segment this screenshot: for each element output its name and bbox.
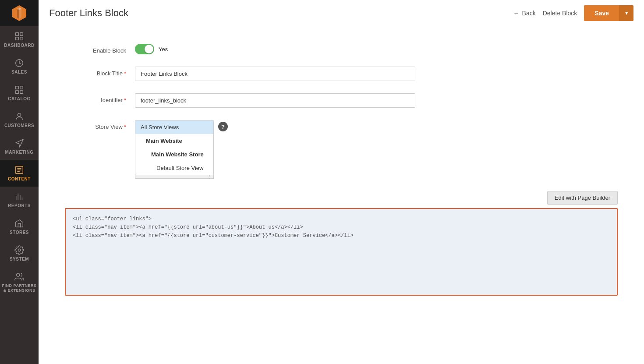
magento-logo[interactable]: [0, 0, 39, 26]
store-view-resize-handle[interactable]: ⋮: [135, 175, 214, 179]
enable-block-value: Yes: [159, 46, 168, 53]
save-button-group: Save ▾: [584, 5, 633, 21]
sidebar-item-find-partners[interactable]: FIND PARTNERS & EXTENSIONS: [0, 267, 39, 298]
code-line-2: <li class="nav item"><a href="{{store ur…: [73, 223, 610, 232]
sidebar: DASHBOARD SALES CATALOG CUSTOMERS MARKET…: [0, 0, 39, 364]
code-line-3: <li class="nav item"><a href="{{store ur…: [73, 232, 610, 240]
svg-rect-7: [20, 37, 23, 40]
required-mark: *: [124, 70, 126, 77]
store-view-option-default[interactable]: Default Store View: [135, 161, 213, 175]
page-header: Footer Links Block ← Back Delete Block S…: [39, 0, 644, 26]
enable-block-control: Yes: [135, 44, 415, 54]
store-view-row: Store View* All Store Views Main Website…: [65, 120, 618, 179]
enable-block-label: Enable Block: [65, 44, 135, 54]
block-title-input[interactable]: [135, 67, 415, 81]
page-title: Footer Links Block: [49, 7, 128, 19]
sidebar-item-catalog[interactable]: CATALOG: [0, 80, 39, 106]
sidebar-item-content[interactable]: CONTENT: [0, 160, 39, 187]
sidebar-item-marketing[interactable]: MARKETING: [0, 133, 39, 160]
svg-point-9: [18, 113, 21, 117]
sidebar-item-reports[interactable]: REPORTS: [0, 187, 39, 213]
block-title-label: Block Title*: [65, 67, 135, 77]
block-title-control: [135, 67, 415, 81]
sidebar-item-dashboard[interactable]: DASHBOARD: [0, 26, 39, 53]
enable-block-row: Enable Block Yes: [65, 44, 618, 54]
svg-point-12: [17, 273, 20, 276]
identifier-input[interactable]: [135, 93, 415, 108]
block-title-row: Block Title*: [65, 67, 618, 81]
enable-block-toggle[interactable]: [135, 44, 154, 54]
sidebar-item-customers[interactable]: CUSTOMERS: [0, 106, 39, 133]
svg-rect-6: [16, 37, 18, 40]
store-view-control: All Store Views Main Website Main Websit…: [135, 120, 415, 179]
back-arrow-icon: ←: [513, 10, 520, 17]
dropdown-arrow-icon: ▾: [625, 10, 628, 16]
identifier-label: Identifier*: [65, 93, 135, 103]
code-line-1: <ul class="footer links">: [73, 215, 610, 223]
header-actions: ← Back Delete Block Save ▾: [513, 5, 633, 21]
store-view-option-all[interactable]: All Store Views: [135, 120, 213, 134]
save-dropdown-button[interactable]: ▾: [619, 5, 633, 21]
required-mark-2: *: [124, 97, 126, 103]
sidebar-item-system[interactable]: SYSTEM: [0, 240, 39, 267]
identifier-row: Identifier*: [65, 93, 618, 108]
content-code-editor[interactable]: <ul class="footer links"> <li class="nav…: [65, 208, 618, 296]
sidebar-item-stores[interactable]: STORES: [0, 213, 39, 240]
store-view-label: Store View*: [65, 120, 135, 130]
content-editor-section: Edit with Page Builder <ul class="footer…: [65, 191, 618, 296]
store-view-listbox[interactable]: All Store Views Main Website Main Websit…: [135, 120, 214, 175]
main-area: Footer Links Block ← Back Delete Block S…: [39, 0, 644, 364]
required-mark-3: *: [124, 124, 126, 130]
svg-point-11: [18, 249, 21, 251]
form-content: Enable Block Yes Block Title* Identifier…: [39, 26, 644, 364]
back-button[interactable]: ← Back: [513, 10, 536, 17]
identifier-control: [135, 93, 415, 108]
store-view-help-icon[interactable]: ?: [218, 122, 228, 131]
store-view-option-main-website[interactable]: Main Website: [135, 134, 213, 148]
sidebar-item-sales[interactable]: SALES: [0, 53, 39, 80]
delete-block-button[interactable]: Delete Block: [543, 10, 577, 17]
edit-page-builder-button[interactable]: Edit with Page Builder: [547, 191, 618, 205]
svg-rect-4: [16, 33, 18, 35]
save-button[interactable]: Save: [584, 5, 619, 21]
svg-rect-5: [20, 33, 23, 35]
store-view-option-main-website-store[interactable]: Main Website Store: [135, 148, 213, 161]
